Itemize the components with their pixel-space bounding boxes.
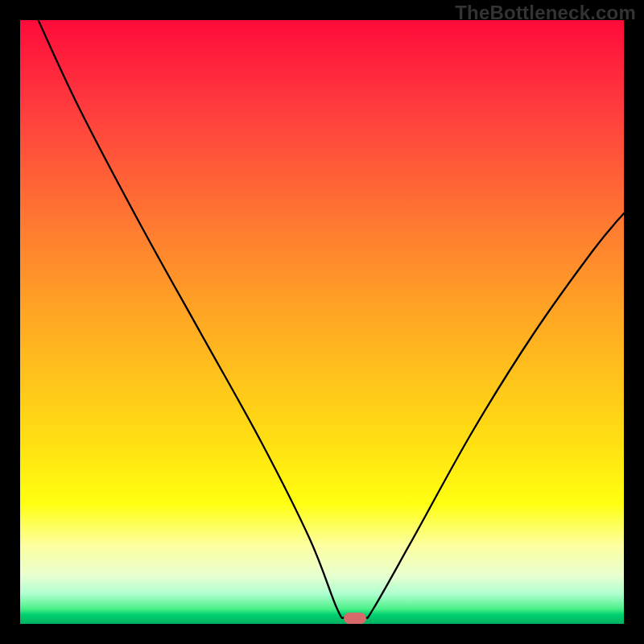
watermark-text: TheBottleneck.com (455, 2, 636, 24)
bottleneck-curve (20, 20, 624, 624)
chart-frame: TheBottleneck.com (0, 0, 644, 644)
plot-area (20, 20, 624, 624)
optimum-marker (344, 613, 366, 624)
curve-path (39, 20, 625, 619)
